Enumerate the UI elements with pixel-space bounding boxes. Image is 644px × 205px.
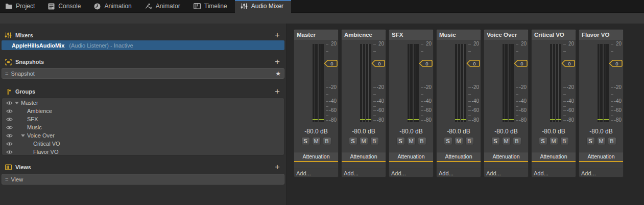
mute-button[interactable]: M — [502, 137, 511, 145]
volume-fader-handle[interactable]: 0 — [466, 60, 480, 67]
bypass-button[interactable]: B — [418, 137, 426, 145]
scale-tick — [516, 80, 518, 80]
eye-icon[interactable] — [6, 150, 14, 154]
smb-button-row: S M B — [484, 137, 528, 145]
mute-button[interactable]: M — [312, 137, 321, 145]
solo-button[interactable]: S — [539, 137, 547, 145]
views-section-header: Views + — [0, 163, 286, 172]
bypass-button[interactable]: B — [513, 137, 521, 145]
bypass-button[interactable]: B — [323, 137, 331, 145]
eye-icon[interactable] — [6, 117, 14, 122]
solo-button[interactable]: S — [491, 137, 500, 145]
volume-fader-handle[interactable]: 0 — [419, 60, 433, 67]
attenuation-effect-slot[interactable]: Attenuation — [389, 152, 433, 162]
attenuation-effect-slot[interactable]: Attenuation — [484, 152, 528, 162]
mixer-list-item-selected[interactable]: AppleHillsAudioMix (Audio Listener) - In… — [2, 40, 284, 50]
group-row-flavor-vo[interactable]: Flavor VO — [2, 148, 284, 155]
scale-tick — [326, 116, 328, 116]
snapshot-list-item[interactable]: = Snapshot ★ — [2, 68, 284, 79]
add-effect-button[interactable]: Add... — [294, 169, 338, 177]
add-effect-button[interactable]: Add... — [342, 169, 386, 177]
mute-button[interactable]: M — [597, 137, 606, 145]
solo-button[interactable]: S — [301, 137, 310, 145]
meter-level-indicator — [414, 119, 419, 120]
attenuation-effect-slot[interactable]: Attenuation — [294, 152, 338, 162]
scale-tick — [373, 116, 376, 116]
tab-timeline[interactable]: Timeline — [188, 0, 235, 12]
views-section-title: Views — [15, 164, 31, 170]
add-mixer-button[interactable]: + — [274, 32, 281, 39]
volume-fader-handle[interactable]: 0 — [371, 60, 385, 67]
expander-arrow-icon[interactable] — [20, 134, 26, 137]
add-effect-button[interactable]: Add... — [437, 169, 481, 177]
mute-button[interactable]: M — [550, 137, 558, 145]
scale-tick — [563, 110, 566, 111]
vu-meter-left — [455, 44, 460, 122]
add-effect-button[interactable]: Add... — [484, 169, 528, 177]
add-group-button[interactable]: + — [274, 88, 281, 95]
attenuation-effect-slot[interactable]: Attenuation — [579, 152, 623, 162]
volume-fader-handle[interactable]: 0 — [514, 60, 528, 67]
tab-animator[interactable]: Animator — [139, 0, 188, 12]
star-icon[interactable]: ★ — [275, 70, 281, 77]
add-view-button[interactable]: + — [274, 164, 281, 171]
bypass-button[interactable]: B — [465, 137, 474, 145]
solo-button[interactable]: S — [444, 137, 452, 145]
channel-strip-title[interactable]: Master — [294, 30, 338, 40]
scale-tick — [421, 87, 423, 88]
add-effect-button[interactable]: Add... — [579, 169, 623, 177]
scale-label: -20 — [519, 85, 527, 90]
window-tab-bar: ProjectConsoleAnimationAnimatorTimelineA… — [0, 0, 644, 13]
group-row-ambience[interactable]: Ambience — [2, 107, 284, 115]
eye-icon[interactable] — [6, 133, 14, 138]
channel-strip-title[interactable]: SFX — [389, 30, 433, 40]
attenuation-effect-slot[interactable]: Attenuation — [342, 152, 386, 162]
solo-button[interactable]: S — [586, 137, 595, 145]
mute-button[interactable]: M — [455, 137, 463, 145]
attenuation-effect-slot[interactable]: Attenuation — [532, 152, 576, 162]
add-effect-button[interactable]: Add... — [532, 169, 576, 177]
group-row-master[interactable]: Master — [2, 99, 284, 107]
solo-button[interactable]: S — [396, 137, 405, 145]
tab-project[interactable]: Project — [0, 0, 42, 12]
eye-icon[interactable] — [6, 109, 14, 113]
scale-label: -60 — [567, 108, 574, 113]
group-row-voice-over[interactable]: Voice Over — [2, 131, 284, 140]
volume-fader-handle[interactable]: 0 — [561, 60, 575, 67]
add-effect-button[interactable]: Add... — [389, 169, 433, 177]
scale-tick — [611, 94, 613, 95]
vu-meter-right — [414, 44, 419, 122]
volume-fader-handle[interactable]: 0 — [609, 60, 623, 67]
mute-button[interactable]: M — [360, 137, 368, 145]
vu-meter-left — [550, 44, 555, 122]
add-snapshot-button[interactable]: + — [274, 58, 281, 65]
eye-icon[interactable] — [6, 142, 14, 146]
group-row-sfx[interactable]: SFX — [2, 115, 284, 123]
channel-strip-title[interactable]: Voice Over — [484, 30, 528, 40]
tab-console[interactable]: Console — [42, 0, 88, 12]
solo-button[interactable]: S — [349, 137, 357, 145]
channel-strip-title[interactable]: Flavor VO — [579, 30, 623, 40]
bypass-button[interactable]: B — [370, 137, 379, 145]
group-name: Voice Over — [27, 132, 55, 139]
view-list-item[interactable]: = View — [2, 174, 284, 185]
eye-icon[interactable] — [6, 101, 14, 105]
bypass-button[interactable]: B — [560, 137, 569, 145]
tab-audio-mixer[interactable]: Audio Mixer — [235, 0, 291, 12]
bypass-button[interactable]: B — [608, 137, 616, 145]
channel-strip-area: Master 0 -80.0 dB S M B Attenuation Add.… — [287, 24, 644, 205]
mute-button[interactable]: M — [407, 137, 416, 145]
expander-arrow-icon[interactable] — [14, 102, 20, 104]
channel-strip-title[interactable]: Ambience — [342, 30, 386, 40]
volume-fader-handle[interactable]: 0 — [324, 60, 338, 67]
group-row-music[interactable]: Music — [2, 123, 284, 131]
tab-animation[interactable]: Animation — [88, 0, 139, 12]
eye-icon[interactable] — [6, 125, 14, 130]
channel-strip-title[interactable]: Critical VO — [532, 30, 576, 40]
volume-db-label: -80.0 dB — [484, 128, 528, 135]
attenuation-effect-slot[interactable]: Attenuation — [437, 152, 481, 162]
channel-strip-title[interactable]: Music — [437, 30, 481, 40]
group-row-critical-vo[interactable]: Critical VO — [2, 140, 284, 148]
meter-level-indicator — [556, 119, 561, 120]
wet-mix-line — [532, 161, 576, 162]
